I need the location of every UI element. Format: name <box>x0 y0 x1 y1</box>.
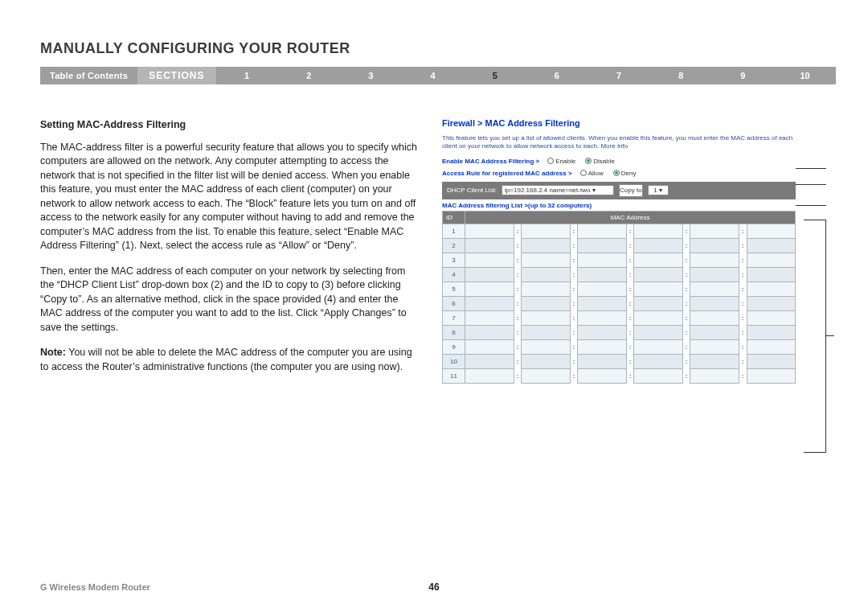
mac-octet-input[interactable] <box>690 310 739 325</box>
section-link-4[interactable]: 4 <box>402 67 464 84</box>
mac-octet-input[interactable] <box>578 325 626 339</box>
mac-octet-input[interactable] <box>522 281 570 296</box>
mac-octet-input[interactable] <box>578 354 626 368</box>
mac-octet-input[interactable] <box>465 253 514 267</box>
mac-octet-input[interactable] <box>578 296 626 310</box>
mac-octet-input[interactable] <box>465 354 514 368</box>
mac-octet-input[interactable] <box>465 368 514 383</box>
mac-octet-input[interactable] <box>465 339 514 354</box>
section-link-7[interactable]: 7 <box>588 67 649 84</box>
mac-octet-input[interactable] <box>522 296 570 310</box>
mac-octet-input[interactable] <box>465 296 514 310</box>
section-link-1[interactable]: 1 <box>216 67 278 84</box>
mac-octet-input[interactable] <box>465 325 514 339</box>
mac-octet-input[interactable] <box>747 296 795 310</box>
section-link-8[interactable]: 8 <box>650 67 712 84</box>
section-link-5[interactable]: 5 <box>464 67 526 84</box>
mac-octet-input[interactable] <box>578 224 626 238</box>
mac-octet-input[interactable] <box>747 253 795 267</box>
mac-octet-input[interactable] <box>578 281 626 296</box>
mac-octet-input[interactable] <box>634 238 682 253</box>
mac-octet-input[interactable] <box>634 368 682 383</box>
mac-octet-input[interactable] <box>522 224 570 238</box>
mac-octet-input[interactable] <box>690 253 739 267</box>
mac-separator: : <box>570 339 578 354</box>
mac-octet-input[interactable] <box>747 267 795 281</box>
mac-octet-input[interactable] <box>747 224 795 238</box>
mac-octet-input[interactable] <box>634 224 682 238</box>
section-link-10[interactable]: 10 <box>774 67 836 84</box>
copy-to-button[interactable]: Copy to <box>619 184 643 197</box>
mac-octet-input[interactable] <box>522 253 570 267</box>
mac-octet-input[interactable] <box>522 368 570 383</box>
allow-radio[interactable]: Allow <box>580 170 604 177</box>
rule-label: Access Rule for registered MAC address > <box>442 170 572 177</box>
row-id: 4 <box>443 267 465 281</box>
mac-octet-input[interactable] <box>465 281 514 296</box>
section-link-2[interactable]: 2 <box>278 67 340 84</box>
mac-separator: : <box>514 281 522 296</box>
mac-octet-input[interactable] <box>465 238 514 253</box>
enable-radio[interactable]: Enable <box>547 158 575 165</box>
mac-octet-input[interactable] <box>690 368 739 383</box>
mac-octet-input[interactable] <box>578 267 626 281</box>
mac-octet-input[interactable] <box>634 339 682 354</box>
mac-separator: : <box>626 354 634 368</box>
mac-octet-input[interactable] <box>522 267 570 281</box>
section-nav-bar: Table of Contents SECTIONS 12345678910 <box>40 67 836 84</box>
mac-separator: : <box>739 238 747 253</box>
mac-octet-input[interactable] <box>690 238 739 253</box>
mac-octet-input[interactable] <box>578 238 626 253</box>
mac-separator: : <box>626 368 634 383</box>
mac-octet-input[interactable] <box>747 354 795 368</box>
copy-id-select[interactable]: 1 ▾ <box>648 185 669 195</box>
mac-octet-input[interactable] <box>634 310 682 325</box>
mac-octet-input[interactable] <box>522 238 570 253</box>
mac-octet-input[interactable] <box>747 368 795 383</box>
mac-octet-input[interactable] <box>634 281 682 296</box>
mac-octet-input[interactable] <box>690 224 739 238</box>
mac-octet-input[interactable] <box>634 253 682 267</box>
mac-octet-input[interactable] <box>690 267 739 281</box>
mac-octet-input[interactable] <box>578 368 626 383</box>
disable-radio[interactable]: Disable <box>585 158 615 165</box>
mac-octet-input[interactable] <box>578 310 626 325</box>
mac-octet-input[interactable] <box>465 267 514 281</box>
mac-octet-input[interactable] <box>634 296 682 310</box>
mac-octet-input[interactable] <box>465 310 514 325</box>
mac-octet-input[interactable] <box>747 325 795 339</box>
dhcp-client-select[interactable]: ip=192.168.2.4 name=net-two ▾ <box>502 185 614 195</box>
table-row: 4::::: <box>443 267 796 281</box>
mac-octet-input[interactable] <box>634 354 682 368</box>
mac-octet-input[interactable] <box>578 253 626 267</box>
screenshot-desc: This feature lets you set up a list of a… <box>442 134 796 151</box>
mac-octet-input[interactable] <box>522 310 570 325</box>
mac-octet-input[interactable] <box>522 325 570 339</box>
deny-radio[interactable]: Deny <box>613 170 637 177</box>
mac-octet-input[interactable] <box>747 281 795 296</box>
mac-octet-input[interactable] <box>634 267 682 281</box>
mac-octet-input[interactable] <box>522 354 570 368</box>
mac-octet-input[interactable] <box>690 339 739 354</box>
mac-octet-input[interactable] <box>522 339 570 354</box>
mac-separator: : <box>570 354 578 368</box>
table-row: 1::::: <box>443 224 796 238</box>
mac-octet-input[interactable] <box>747 339 795 354</box>
mac-octet-input[interactable] <box>578 339 626 354</box>
toc-link[interactable]: Table of Contents <box>40 71 137 80</box>
section-link-3[interactable]: 3 <box>340 67 402 84</box>
mac-octet-input[interactable] <box>747 310 795 325</box>
section-link-6[interactable]: 6 <box>526 67 588 84</box>
mac-octet-input[interactable] <box>690 325 739 339</box>
enable-label: Enable MAC Address Filtering > <box>442 158 539 165</box>
mac-separator: : <box>739 310 747 325</box>
mac-octet-input[interactable] <box>690 281 739 296</box>
mac-octet-input[interactable] <box>634 325 682 339</box>
mac-octet-input[interactable] <box>465 224 514 238</box>
mac-separator: : <box>626 224 634 238</box>
mac-octet-input[interactable] <box>690 354 739 368</box>
mac-octet-input[interactable] <box>747 238 795 253</box>
mac-separator: : <box>682 253 690 267</box>
section-link-9[interactable]: 9 <box>712 67 774 84</box>
mac-octet-input[interactable] <box>690 296 739 310</box>
